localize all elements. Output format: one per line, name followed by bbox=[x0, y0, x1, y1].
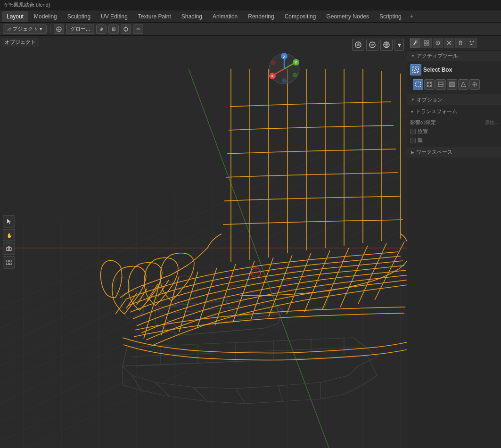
tool-mode-select[interactable] bbox=[413, 79, 423, 90]
influence-limit-row: 影響の限定 原始... bbox=[410, 118, 498, 127]
tab-uv-editing[interactable]: UV Editing bbox=[96, 11, 132, 22]
active-tool-content: Select Box bbox=[407, 61, 501, 94]
left-tools-panel: ✋ bbox=[3, 216, 15, 269]
select-box-icon bbox=[410, 64, 421, 75]
title-text: ゲ%鳳凰結合.blend] bbox=[4, 1, 50, 8]
options-content: ▼ トランスフォーム 影響の限定 原始... 位置 親 bbox=[407, 105, 501, 147]
tab-animation[interactable]: Animation bbox=[208, 11, 242, 22]
options-label: オプション bbox=[417, 96, 443, 103]
svg-rect-114 bbox=[460, 43, 461, 45]
title-bar: ゲ%鳳凰結合.blend] bbox=[0, 0, 501, 10]
svg-point-113 bbox=[437, 42, 439, 44]
rp-icon-object[interactable] bbox=[433, 38, 443, 48]
tool-mode-face[interactable] bbox=[447, 79, 457, 90]
move-tool-btn[interactable]: ✋ bbox=[3, 229, 15, 241]
tab-texture-paint[interactable]: Texture Paint bbox=[133, 11, 176, 22]
right-panel-icons bbox=[407, 36, 501, 50]
object-mode-btn[interactable]: オブジェクト ▾ bbox=[3, 25, 47, 34]
glow-label: グロー... bbox=[70, 25, 90, 33]
svg-rect-128 bbox=[450, 82, 454, 87]
object-mode-label[interactable]: オブジェクト bbox=[2, 38, 39, 47]
position-checkbox-row[interactable]: 位置 bbox=[410, 127, 498, 136]
toolbar: オブジェクト ▾ グロー... ⊕ ⊞ ∞ bbox=[0, 23, 501, 36]
viewport-btn-1[interactable] bbox=[352, 39, 364, 51]
viewport-btn-3[interactable] bbox=[380, 39, 393, 51]
viewport-btn-2[interactable] bbox=[366, 39, 378, 51]
svg-point-117 bbox=[471, 44, 473, 45]
tab-shading[interactable]: Shading bbox=[177, 11, 207, 22]
tab-modeling[interactable]: Modeling bbox=[29, 11, 62, 22]
svg-point-82 bbox=[8, 248, 10, 250]
tab-rendering[interactable]: Rendering bbox=[243, 11, 279, 22]
svg-point-121 bbox=[427, 83, 429, 84]
svg-point-124 bbox=[430, 85, 432, 87]
tool-mode-6[interactable] bbox=[469, 79, 480, 90]
svg-rect-111 bbox=[427, 43, 429, 45]
svg-rect-84 bbox=[9, 260, 11, 262]
select-tool-btn[interactable] bbox=[3, 216, 15, 228]
svg-point-115 bbox=[470, 41, 471, 42]
svg-rect-110 bbox=[424, 43, 426, 45]
svg-rect-109 bbox=[427, 41, 429, 42]
active-tool-header: ▼ アクティブツール bbox=[407, 50, 501, 61]
svg-rect-120 bbox=[416, 82, 420, 87]
toolbar-icon-2[interactable]: ⊕ bbox=[96, 25, 107, 34]
svg-text:X: X bbox=[271, 74, 274, 78]
svg-rect-86 bbox=[9, 263, 11, 265]
tool-name-row: Select Box bbox=[410, 64, 498, 75]
svg-point-118 bbox=[470, 44, 471, 45]
toolbar-icon-5[interactable]: ∞ bbox=[133, 25, 143, 34]
rp-icon-modifier[interactable] bbox=[444, 38, 454, 48]
influence-limit-value: 原始... bbox=[485, 119, 498, 126]
tool-mode-edge[interactable] bbox=[435, 79, 446, 90]
svg-point-88 bbox=[357, 43, 360, 46]
viewport-gizmo[interactable]: Z Y X bbox=[265, 50, 303, 88]
viewport-3d[interactable]: オブジェクト ✋ bbox=[0, 36, 407, 448]
tool-mode-vertex[interactable] bbox=[424, 79, 435, 90]
orientation-checkbox-row[interactable]: 親 bbox=[410, 136, 498, 145]
tab-sculpting[interactable]: Sculpting bbox=[63, 11, 95, 22]
position-checkbox[interactable] bbox=[410, 129, 416, 134]
viewport-top-right: ▾ bbox=[352, 39, 404, 51]
svg-text:Z: Z bbox=[283, 55, 286, 59]
grid-tool-btn[interactable] bbox=[3, 257, 15, 269]
svg-point-106 bbox=[271, 60, 276, 65]
tool-mode-icons bbox=[410, 77, 498, 91]
toolbar-icon-1[interactable] bbox=[54, 25, 64, 34]
svg-point-123 bbox=[427, 85, 429, 87]
toolbar-icon-3[interactable]: ⊞ bbox=[108, 25, 119, 34]
glow-btn[interactable]: グロー... bbox=[66, 25, 94, 34]
svg-point-75 bbox=[255, 272, 257, 274]
active-tool-label: アクティブツール bbox=[417, 52, 458, 59]
object-mode-label: オブジェクト bbox=[7, 25, 38, 33]
tool-name-label: Select Box bbox=[423, 66, 452, 73]
viewport-btn-4[interactable]: ▾ bbox=[394, 39, 404, 51]
svg-rect-119 bbox=[413, 67, 419, 73]
transform-triangle: ▼ bbox=[410, 109, 414, 114]
toolbar-icon-4[interactable] bbox=[121, 25, 131, 34]
rp-icon-tool[interactable] bbox=[410, 38, 420, 48]
tab-add-button[interactable]: + bbox=[407, 12, 416, 21]
transform-header-row: ▼ トランスフォーム bbox=[410, 107, 498, 116]
tab-compositing[interactable]: Compositing bbox=[280, 11, 321, 22]
workspace-header[interactable]: ▶ ワークスペース bbox=[407, 147, 501, 158]
svg-point-107 bbox=[415, 41, 417, 42]
tool-mode-5[interactable] bbox=[458, 79, 468, 90]
rp-icon-particles[interactable] bbox=[467, 38, 477, 48]
viewport-scene bbox=[0, 36, 407, 448]
tab-layout[interactable]: Layout bbox=[2, 11, 28, 22]
orientation-label: 親 bbox=[418, 137, 423, 144]
rp-icon-view[interactable] bbox=[421, 38, 432, 48]
orientation-checkbox[interactable] bbox=[410, 138, 416, 143]
svg-rect-83 bbox=[7, 260, 8, 262]
camera-tool-btn[interactable] bbox=[3, 243, 15, 255]
tab-scripting[interactable]: Scripting bbox=[375, 11, 406, 22]
svg-point-116 bbox=[473, 41, 474, 42]
right-panel: ▼ アクティブツール Select Box bbox=[407, 36, 501, 448]
rp-icon-constraints[interactable] bbox=[455, 38, 466, 48]
position-label: 位置 bbox=[418, 128, 428, 135]
tab-geometry-nodes[interactable]: Geometry Nodes bbox=[321, 11, 374, 22]
transform-label: トランスフォーム bbox=[416, 108, 457, 115]
influence-limit-label: 影響の限定 bbox=[410, 119, 436, 126]
tabs-bar: Layout Modeling Sculpting UV Editing Tex… bbox=[0, 10, 501, 23]
